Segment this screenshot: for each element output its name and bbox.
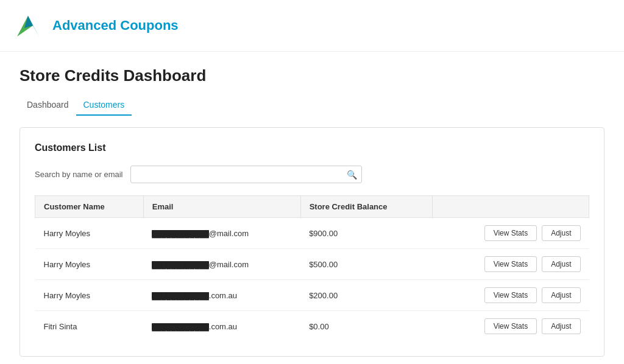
credit-balance: $200.00 (300, 280, 433, 311)
tabs: Dashboard Customers (20, 95, 590, 115)
customer-email: ████████████.com.au (143, 280, 300, 311)
col-email: Email (143, 196, 300, 218)
view-stats-button[interactable]: View Stats (484, 318, 537, 334)
col-balance: Store Credit Balance (300, 196, 433, 218)
customer-email: ████████████@mail.com (143, 249, 300, 280)
table-header-row: Customer Name Email Store Credit Balance (35, 196, 589, 218)
action-cell: View StatsAdjust (433, 280, 589, 311)
redacted-email-prefix: ████████████ (152, 323, 209, 331)
tab-customers[interactable]: Customers (76, 95, 132, 116)
customer-name: Fitri Sinta (35, 311, 144, 342)
col-name: Customer Name (35, 196, 144, 218)
customers-table: Customer Name Email Store Credit Balance… (35, 195, 589, 341)
view-stats-button[interactable]: View Stats (484, 287, 537, 303)
card-title: Customers List (35, 142, 589, 153)
view-stats-button[interactable]: View Stats (484, 225, 537, 241)
table-row: Fitri Sinta████████████.com.au$0.00View … (35, 311, 589, 342)
page-title: Store Credits Dashboard (20, 66, 590, 85)
adjust-button[interactable]: Adjust (542, 318, 580, 334)
customer-name: Harry Moyles (35, 280, 144, 311)
search-icon: 🔍 (347, 170, 357, 180)
customer-name: Harry Moyles (35, 218, 144, 249)
customer-name: Harry Moyles (35, 249, 144, 280)
tab-dashboard[interactable]: Dashboard (20, 95, 76, 116)
customer-email: ████████████.com.au (143, 311, 300, 342)
search-row: Search by name or email 🔍 (35, 166, 589, 183)
customer-email: ████████████@mail.com (143, 218, 300, 249)
credit-balance: $0.00 (300, 311, 433, 342)
action-cell: View StatsAdjust (433, 218, 589, 249)
redacted-email-prefix: ████████████ (152, 292, 209, 299)
adjust-button[interactable]: Adjust (542, 256, 580, 272)
customers-card: Customers List Search by name or email 🔍… (20, 127, 604, 357)
credit-balance: $500.00 (300, 249, 433, 280)
search-input-wrapper: 🔍 (130, 166, 362, 183)
table-row: Harry Moyles████████████@mail.com$900.00… (35, 218, 589, 249)
table-row: Harry Moyles████████████.com.au$200.00Vi… (35, 280, 589, 311)
action-cell: View StatsAdjust (433, 311, 589, 342)
search-label: Search by name or email (35, 170, 123, 179)
logo-text: Advanced Coupons (52, 18, 179, 33)
action-cell: View StatsAdjust (433, 249, 589, 280)
search-input[interactable] (130, 166, 362, 183)
redacted-email-prefix: ████████████ (152, 230, 209, 237)
redacted-email-prefix: ████████████ (152, 261, 209, 268)
adjust-button[interactable]: Adjust (542, 225, 580, 241)
logo-icon (15, 10, 46, 41)
adjust-button[interactable]: Adjust (542, 287, 580, 303)
main-content: Store Credits Dashboard Dashboard Custom… (0, 52, 609, 364)
header: Advanced Coupons (0, 0, 624, 52)
col-actions (433, 196, 589, 218)
view-stats-button[interactable]: View Stats (484, 256, 537, 272)
credit-balance: $900.00 (300, 218, 433, 249)
table-row: Harry Moyles████████████@mail.com$500.00… (35, 249, 589, 280)
logo: Advanced Coupons (15, 10, 179, 41)
